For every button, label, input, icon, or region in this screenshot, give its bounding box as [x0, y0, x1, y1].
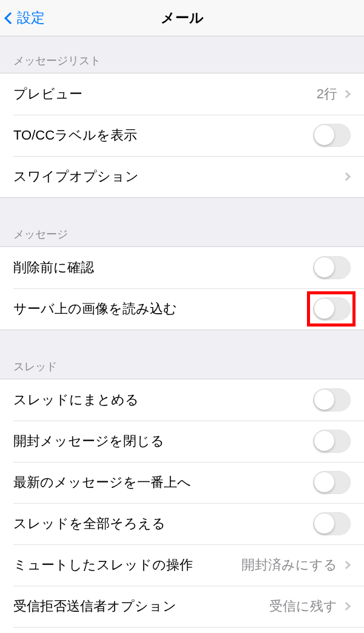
chevron-right-icon [342, 90, 351, 98]
section-header-message: メッセージ [0, 198, 364, 246]
toggle-recent-on-top[interactable] [313, 471, 351, 494]
row-confirm-delete: 削除前に確認 [0, 247, 364, 288]
row-muted-label: ミュートしたスレッドの操作 [13, 556, 241, 574]
row-tocc-label: TO/CCラベルを表示 [0, 115, 364, 156]
navbar: 設定 メール [0, 0, 364, 36]
row-collapse-read: 開封メッセージを閉じる [0, 421, 364, 462]
row-collapse-read-label: 開封メッセージを閉じる [13, 432, 313, 450]
row-preview-value: 2行 [317, 85, 337, 103]
row-preview-label: プレビュー [13, 85, 317, 103]
group-message-list: プレビュー 2行 TO/CCラベルを表示 スワイプオプション [0, 73, 364, 198]
section-header-thread: スレッド [0, 330, 364, 379]
row-muted-thread-action[interactable]: ミュートしたスレッドの操作 開封済みにする [0, 544, 364, 586]
row-blocked-sender-options[interactable]: 受信拒否送信者オプション 受信に残す [0, 586, 364, 627]
back-button[interactable]: 設定 [6, 8, 45, 27]
row-tocc-label-text: TO/CCラベルを表示 [13, 126, 313, 144]
row-blocked-sender-value: 受信に残す [269, 597, 337, 615]
toggle-tocc[interactable] [313, 124, 351, 147]
row-muted-value: 開封済みにする [241, 556, 337, 574]
row-load-remote-images: サーバ上の画像を読み込む [0, 288, 364, 330]
group-thread: スレッドにまとめる 開封メッセージを閉じる 最新のメッセージを一番上へ スレッド… [0, 379, 364, 633]
chevron-right-icon [342, 172, 351, 181]
row-swipe-options[interactable]: スワイプオプション [0, 156, 364, 197]
toggle-complete-threads[interactable] [313, 512, 351, 535]
toggle-load-remote-images[interactable] [313, 297, 351, 320]
toggle-group-by-thread[interactable] [313, 388, 351, 411]
row-swipe-label: スワイプオプション [13, 168, 343, 186]
chevron-left-icon [4, 12, 16, 24]
row-confirm-delete-label: 削除前に確認 [13, 259, 313, 277]
row-preview[interactable]: プレビュー 2行 [0, 73, 364, 115]
row-group-by-thread-label: スレッドにまとめる [13, 391, 313, 409]
row-recent-on-top-label: 最新のメッセージを一番上へ [13, 473, 313, 492]
chevron-right-icon [342, 561, 351, 569]
section-header-message-list: メッセージリスト [0, 36, 364, 73]
row-blocked-sender-label: 受信拒否送信者オプション [13, 597, 269, 615]
chevron-right-icon [342, 602, 351, 611]
row-group-by-thread: スレッドにまとめる [0, 379, 364, 421]
toggle-collapse-read[interactable] [313, 430, 351, 453]
row-load-remote-label: サーバ上の画像を読み込む [13, 300, 313, 318]
row-blocked-settings[interactable]: 受信拒否設定 [0, 627, 364, 633]
row-recent-on-top: 最新のメッセージを一番上へ [0, 462, 364, 503]
page-title: メール [161, 8, 204, 27]
toggle-confirm-delete[interactable] [313, 256, 351, 279]
back-label: 設定 [17, 8, 45, 27]
group-message: 削除前に確認 サーバ上の画像を読み込む [0, 246, 364, 330]
row-complete-threads-label: スレッドを全部そろえる [13, 515, 313, 533]
row-complete-threads: スレッドを全部そろえる [0, 503, 364, 544]
